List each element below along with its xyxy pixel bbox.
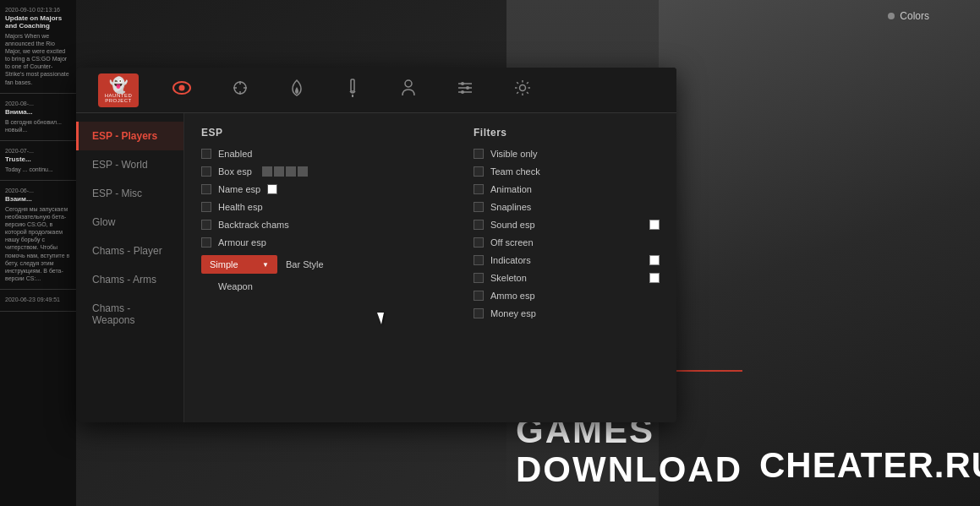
nav-person-icon[interactable]: [397, 75, 419, 105]
indicators-right-checkbox[interactable]: [649, 255, 660, 265]
news-title: Truste...: [5, 155, 71, 163]
dropdown-row: Simple ▼ Bar Style: [201, 255, 448, 274]
color-square[interactable]: [286, 166, 296, 177]
sidebar-label: Chams - Weapons: [92, 302, 134, 326]
name-esp-checkbox[interactable]: [201, 184, 211, 194]
ammo-esp-label: Ammo esp: [490, 291, 535, 301]
box-esp-checkbox[interactable]: [201, 166, 211, 177]
indicators-label: Indicators: [490, 255, 531, 265]
news-title: Update on Majors and Coaching: [5, 14, 71, 30]
news-feed: 2020-09-10 02:13:16 Update on Majors and…: [0, 0, 76, 506]
option-row-box-esp: Box esp: [201, 166, 448, 177]
content-area: ESP - Players ESP - World ESP - Misc Glo…: [76, 113, 676, 422]
logo-sub: PROJECT: [105, 98, 132, 103]
filter-left: Ammo esp: [474, 291, 535, 301]
money-esp-label: Money esp: [490, 308, 536, 318]
svg-point-16: [520, 85, 526, 91]
snaplines-label: Snaplines: [490, 202, 531, 212]
colors-text: Colors: [900, 10, 929, 22]
news-item[interactable]: 2020-09-10 02:13:16 Update on Majors and…: [0, 0, 76, 94]
filter-row-snaplines: Snaplines: [474, 202, 660, 212]
filters-column: Filters Visible only Team check: [474, 127, 660, 409]
armour-checkbox[interactable]: [201, 237, 211, 248]
news-date: 2020-06-...: [5, 188, 71, 193]
team-check-checkbox[interactable]: [474, 166, 484, 177]
off-screen-label: Off screen: [490, 237, 534, 248]
filter-left: Off screen: [474, 237, 534, 248]
dropdown-arrow-icon: ▼: [262, 261, 269, 269]
sidebar-item-glow[interactable]: Glow: [76, 208, 183, 237]
news-item[interactable]: 2020-06-23 09:49:51: [0, 290, 76, 312]
backtrack-checkbox[interactable]: [201, 220, 211, 230]
bar-style-dropdown[interactable]: Simple ▼: [201, 255, 277, 274]
sidebar-item-chams-arms[interactable]: Chams - Arms: [76, 265, 183, 294]
enabled-label: Enabled: [218, 149, 252, 159]
nav-eye-icon[interactable]: [169, 78, 194, 102]
ghost-icon: 👻: [109, 78, 128, 93]
filter-left: Animation: [474, 184, 532, 194]
name-esp-color[interactable]: [267, 184, 277, 194]
filter-left: Team check: [474, 166, 540, 177]
health-esp-checkbox[interactable]: [201, 202, 211, 212]
filter-row-team: Team check: [474, 166, 660, 177]
news-date: 2020-09-10 02:13:16: [5, 7, 71, 13]
filter-row-visible: Visible only: [474, 149, 660, 159]
off-screen-checkbox[interactable]: [474, 237, 484, 248]
sidebar-item-esp-world[interactable]: ESP - World: [76, 150, 183, 179]
filter-left: Skeleton: [474, 273, 527, 283]
name-esp-label: Name esp: [218, 184, 260, 194]
color-square[interactable]: [274, 166, 284, 177]
colors-panel-label: Colors: [888, 10, 929, 22]
skeleton-checkbox[interactable]: [474, 273, 484, 283]
filter-row-ammo-esp: Ammo esp: [474, 291, 660, 301]
news-item[interactable]: 2020-08-... Внима... В сегодня обновил..…: [0, 94, 76, 141]
option-row-name-esp: Name esp: [201, 184, 448, 194]
ammo-esp-checkbox[interactable]: [474, 291, 484, 301]
visible-only-label: Visible only: [490, 149, 537, 159]
nav-fire-icon[interactable]: [286, 75, 308, 105]
sidebar-item-esp-misc[interactable]: ESP - Misc: [76, 179, 183, 208]
sidebar-item-esp-players[interactable]: ESP - Players: [76, 122, 183, 150]
news-date: 2020-06-23 09:49:51: [5, 297, 71, 302]
sound-esp-checkbox[interactable]: [474, 220, 484, 230]
option-row-weapon: Weapon: [201, 281, 448, 291]
color-square[interactable]: [262, 166, 272, 177]
svg-point-9: [405, 80, 412, 87]
skeleton-right-checkbox[interactable]: [649, 273, 660, 283]
visible-only-checkbox[interactable]: [474, 149, 484, 159]
news-item[interactable]: 2020-07-... Truste... Today ... continu.…: [0, 141, 76, 181]
nav-brush-icon[interactable]: [342, 75, 364, 105]
sidebar-item-chams-player[interactable]: Chams - Player: [76, 237, 183, 265]
sidebar-label: Chams - Player: [92, 245, 162, 257]
snaplines-checkbox[interactable]: [474, 202, 484, 212]
indicators-checkbox[interactable]: [474, 255, 484, 265]
nav-gear-icon[interactable]: [511, 76, 534, 104]
sound-esp-right-checkbox[interactable]: [649, 220, 660, 230]
right-panel: Colors: [659, 0, 980, 506]
sidebar-label: ESP - World: [92, 159, 148, 171]
option-row-backtrack: Backtrack chams: [201, 220, 448, 230]
svg-point-15: [461, 90, 464, 94]
nav-crosshair-icon[interactable]: [228, 76, 252, 104]
option-row-armour: Armour esp: [201, 237, 448, 248]
backtrack-label: Backtrack chams: [218, 220, 289, 230]
nav-sliders-icon[interactable]: [453, 77, 477, 103]
animation-checkbox[interactable]: [474, 184, 484, 194]
news-item[interactable]: 2020-06-... Взаим... Сегодня мы запускае…: [0, 181, 76, 290]
color-square[interactable]: [298, 166, 308, 177]
svg-point-1: [179, 85, 185, 91]
filter-row-indicators: Indicators: [474, 255, 660, 265]
sidebar-label: Chams - Arms: [92, 274, 156, 286]
sidebar-label: Glow: [92, 216, 115, 228]
sidebar-item-chams-weapons[interactable]: Chams - Weapons: [76, 294, 183, 335]
sidebar: ESP - Players ESP - World ESP - Misc Glo…: [76, 113, 184, 422]
sidebar-label: ESP - Misc: [92, 188, 142, 199]
svg-point-13: [461, 82, 464, 85]
money-esp-checkbox[interactable]: [474, 308, 484, 318]
news-body: В сегодня обновил... новый...: [5, 118, 71, 133]
filter-left: Money esp: [474, 308, 536, 318]
colors-indicator: [888, 13, 895, 19]
box-esp-colors: [262, 166, 308, 177]
box-esp-label: Box esp: [218, 166, 252, 177]
enabled-checkbox[interactable]: [201, 149, 211, 159]
